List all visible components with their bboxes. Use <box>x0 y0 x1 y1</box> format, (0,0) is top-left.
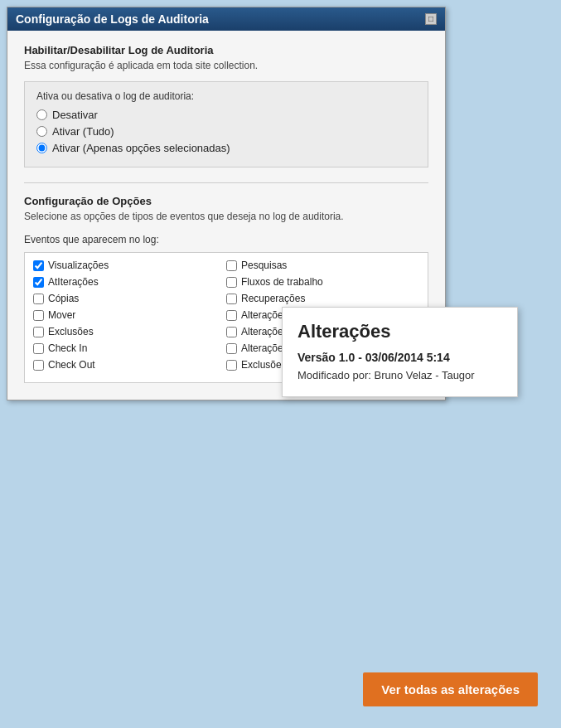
section2-description: Selecione as opções de tipos de eventos … <box>24 211 428 222</box>
radio-desativar-input[interactable] <box>36 109 47 120</box>
check-pesquisas[interactable]: Pesquisas <box>226 260 419 271</box>
tooltip-version: Versão 1.0 - 03/06/2014 5:14 <box>297 351 502 364</box>
radio-ativar-opcoes[interactable]: Ativar (Apenas opções selecionadas) <box>36 142 416 154</box>
check-excl-objetos-input[interactable] <box>226 360 237 371</box>
check-checkout-label: Check Out <box>48 359 95 371</box>
section1-title: Habilitar/Desabilitar Log de Auditoria <box>24 44 428 56</box>
check-checkout[interactable]: Check Out <box>33 359 226 371</box>
radio-ativar-tudo-input[interactable] <box>36 126 47 137</box>
check-recuperacoes-input[interactable] <box>226 294 237 304</box>
radio-group-label: Ativa ou desativa o log de auditoria: <box>36 90 416 102</box>
check-checkin-label: Check In <box>48 342 87 354</box>
check-checkin-input[interactable] <box>33 343 44 354</box>
events-left-column: Visualizações AtIterações Cópias Mover E… <box>33 260 226 376</box>
radio-ativar-tudo-label: Ativar (Tudo) <box>52 125 114 138</box>
tooltip-modified: Modificado por: Bruno Velaz - Taugor <box>297 369 502 381</box>
radio-group: Ativa ou desativa o log de auditoria: De… <box>24 81 428 167</box>
check-checkout-input[interactable] <box>33 360 44 371</box>
check-visualizacoes[interactable]: Visualizações <box>33 260 226 271</box>
minimize-button[interactable]: □ <box>425 13 437 25</box>
check-recuperacoes-label: Recuperações <box>241 293 305 304</box>
check-visualizacoes-label: Visualizações <box>48 260 109 271</box>
check-recuperacoes[interactable]: Recuperações <box>226 293 419 304</box>
radio-ativar-opcoes-input[interactable] <box>36 143 47 153</box>
ver-todas-alteracoes-button[interactable]: Ver todas as alterações <box>363 672 538 706</box>
check-mover[interactable]: Mover <box>33 309 226 321</box>
check-checkin[interactable]: Check In <box>33 342 226 354</box>
check-copias-label: Cópias <box>48 293 79 304</box>
check-fluxos-label: Fluxos de trabalho <box>241 276 323 288</box>
check-exclusoes[interactable]: Exclusões <box>33 326 226 337</box>
check-alteracoes-input[interactable] <box>33 277 44 288</box>
section2-title: Configuração de Opções <box>24 195 428 207</box>
check-mover-label: Mover <box>48 309 75 321</box>
section1-description: Essa configuração é aplicada em toda sit… <box>24 60 428 71</box>
check-alt-perfil-input[interactable] <box>226 327 237 337</box>
check-alt-seguranca-input[interactable] <box>226 310 237 321</box>
window-title: Configuração de Logs de Auditoria <box>16 12 209 26</box>
check-visualizacoes-input[interactable] <box>33 260 44 271</box>
title-bar: Configuração de Logs de Auditoria □ <box>7 7 445 31</box>
radio-desativar-label: Desativar <box>52 109 98 121</box>
radio-ativar-tudo[interactable]: Ativar (Tudo) <box>36 125 416 138</box>
check-fluxos-input[interactable] <box>226 277 237 288</box>
check-fluxos[interactable]: Fluxos de trabalho <box>226 276 419 288</box>
check-copias-input[interactable] <box>33 294 44 304</box>
check-exclusoes-label: Exclusões <box>48 326 94 337</box>
check-alt-schema-input[interactable] <box>226 343 237 354</box>
radio-ativar-opcoes-label: Ativar (Apenas opções selecionadas) <box>52 142 230 154</box>
check-pesquisas-input[interactable] <box>226 260 237 271</box>
divider <box>24 182 428 183</box>
tooltip-title: Alterações <box>297 321 502 342</box>
check-mover-input[interactable] <box>33 310 44 321</box>
check-exclusoes-input[interactable] <box>33 327 44 337</box>
radio-desativar[interactable]: Desativar <box>36 109 416 121</box>
events-label: Eventos que aparecem no log: <box>24 234 428 245</box>
check-alteracoes-label: AtIterações <box>48 276 99 288</box>
check-alteracoes[interactable]: AtIterações <box>33 276 226 288</box>
tooltip-card: Alterações Versão 1.0 - 03/06/2014 5:14 … <box>282 307 518 397</box>
check-pesquisas-label: Pesquisas <box>241 260 287 271</box>
check-copias[interactable]: Cópias <box>33 293 226 304</box>
